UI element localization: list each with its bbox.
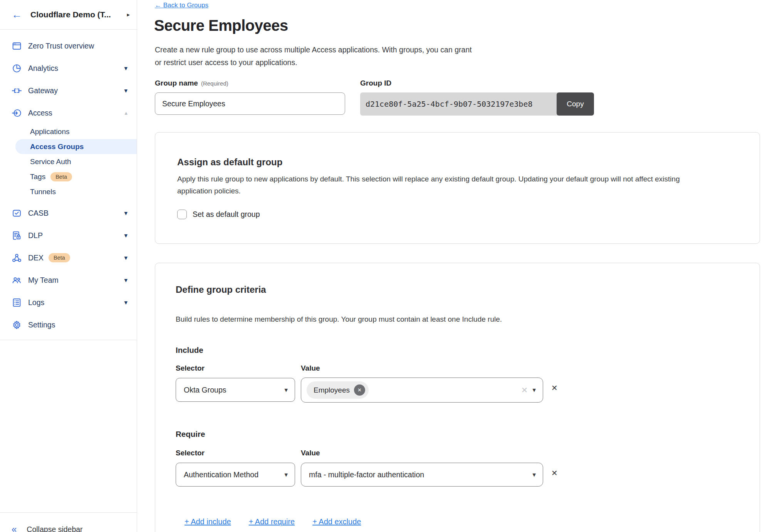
chevron-up-icon: ▴ — [124, 109, 127, 116]
page-title: Secure Employees — [154, 17, 288, 34]
sidebar-item-gateway[interactable]: Gateway ▾ — [0, 79, 137, 102]
sidebar-item-tags[interactable]: Tags Beta — [0, 169, 137, 184]
collapse-sidebar-icon: « — [12, 524, 17, 532]
sidebar-item-logs[interactable]: Logs ▾ — [0, 291, 137, 314]
collapse-sidebar-button[interactable]: « Collapse sidebar — [0, 512, 137, 532]
sidebar-item-service-auth[interactable]: Service Auth — [0, 154, 137, 169]
value-chip-label: Employees — [314, 386, 350, 394]
criteria-card-description: Build rules to determine membership of t… — [176, 313, 746, 325]
add-require-link[interactable]: + Add require — [249, 517, 295, 526]
require-value-label: Value — [301, 449, 320, 457]
copy-button[interactable]: Copy — [557, 92, 594, 116]
chevron-down-icon: ▾ — [124, 87, 127, 95]
sidebar-item-settings[interactable]: Settings — [0, 314, 137, 336]
chevron-down-icon: ▾ — [532, 471, 536, 479]
criteria-card-title: Define group criteria — [176, 284, 266, 295]
sidebar-item-label: Gateway — [28, 86, 124, 95]
group-id-value: d21ce80f-5a25-4bcf-9b07-5032197e3be8 — [360, 92, 558, 116]
chevron-down-icon: ▾ — [124, 64, 127, 72]
group-name-label: Group name(Required) — [155, 79, 228, 87]
window-icon — [12, 41, 22, 51]
include-selector-label: Selector — [176, 364, 205, 373]
sidebar-item-label: CASB — [28, 209, 124, 218]
remove-include-rule-icon[interactable]: ✕ — [551, 383, 558, 393]
group-name-input[interactable] — [155, 92, 345, 115]
sidebar-nav: Zero Trust overview Analytics ▾ Gateway … — [0, 30, 137, 340]
required-hint: (Required) — [201, 80, 228, 87]
account-name[interactable]: Cloudflare Demo (T... — [30, 10, 127, 19]
criteria-card: Define group criteria Build rules to det… — [155, 263, 760, 532]
sidebar-item-label: DEX — [28, 253, 44, 262]
sidebar-item-label: Logs — [28, 298, 124, 307]
document-lock-icon — [12, 230, 22, 241]
group-name-label-text: Group name — [155, 79, 198, 87]
sidebar: ← Cloudflare Demo (T... ▸ Zero Trust ove… — [0, 0, 137, 532]
sidebar-item-analytics[interactable]: Analytics ▾ — [0, 57, 137, 79]
group-id-label: Group ID — [360, 79, 391, 87]
team-icon — [12, 275, 22, 285]
sidebar-item-access[interactable]: Access ▴ — [0, 102, 137, 124]
sidebar-item-label: Applications — [30, 128, 137, 136]
sidebar-header: ← Cloudflare Demo (T... ▸ — [0, 0, 137, 30]
network-icon — [12, 253, 22, 263]
include-heading: Include — [176, 346, 203, 355]
chevron-down-icon: ▾ — [284, 471, 288, 479]
back-to-groups-link[interactable]: ← Back to Groups — [155, 2, 208, 9]
zero-trust-dashboard: ← Cloudflare Demo (T... ▸ Zero Trust ove… — [0, 0, 770, 532]
sidebar-divider — [0, 340, 137, 340]
require-value-dropdown[interactable]: mfa - multiple-factor authentication ▾ — [301, 463, 543, 487]
remove-require-rule-icon[interactable]: ✕ — [551, 468, 558, 478]
page-description-line: or restrict user access to your applicat… — [155, 56, 472, 69]
set-default-checkbox[interactable] — [177, 210, 187, 219]
sidebar-item-casb[interactable]: CASB ▾ — [0, 202, 137, 224]
sidebar-item-dlp[interactable]: DLP ▾ — [0, 224, 137, 247]
page-description-line: Create a new rule group to use across mu… — [155, 44, 472, 56]
set-default-checkbox-label: Set as default group — [193, 210, 260, 219]
sidebar-item-applications[interactable]: Applications — [0, 124, 137, 139]
chevron-down-icon: ▾ — [124, 254, 127, 262]
chevron-down-icon: ▾ — [532, 386, 536, 394]
sidebar-item-label: Zero Trust overview — [28, 42, 127, 50]
back-arrow-icon: ← — [155, 2, 161, 9]
chip-remove-icon[interactable]: ✕ — [354, 384, 365, 396]
collapse-sidebar-label: Collapse sidebar — [27, 525, 82, 532]
sidebar-item-dex[interactable]: DEX Beta ▾ — [0, 247, 137, 269]
add-exclude-link[interactable]: + Add exclude — [312, 517, 361, 526]
account-expand-caret-icon[interactable]: ▸ — [127, 11, 130, 18]
include-value-label: Value — [301, 364, 320, 373]
casb-icon — [12, 208, 22, 218]
sidebar-item-label: Access Groups — [30, 143, 137, 151]
include-value-multiselect[interactable]: Employees ✕ ✕ ▾ — [301, 378, 543, 403]
rule-actions: + Add include + Add require + Add exclud… — [185, 517, 361, 526]
sidebar-item-zero-trust-overview[interactable]: Zero Trust overview — [0, 35, 137, 57]
back-arrow-icon[interactable]: ← — [12, 10, 22, 20]
sidebar-item-tunnels[interactable]: Tunnels — [0, 184, 137, 199]
default-group-description-line: Apply this rule group to new application… — [177, 173, 747, 185]
chevron-down-icon: ▾ — [124, 232, 127, 240]
gear-icon — [12, 320, 22, 330]
gateway-icon — [12, 86, 22, 96]
default-group-card-description: Apply this rule group to new application… — [177, 173, 747, 197]
sidebar-item-label: Tags — [30, 173, 45, 181]
sidebar-item-label: DLP — [28, 231, 124, 240]
default-group-card-title: Assign as default group — [177, 157, 282, 168]
beta-badge: Beta — [50, 172, 72, 181]
require-selector-dropdown[interactable]: Authentication Method ▾ — [176, 463, 295, 487]
sidebar-item-label: Analytics — [28, 64, 124, 73]
add-include-link[interactable]: + Add include — [185, 517, 231, 526]
default-group-description-line: application policies. — [177, 185, 747, 197]
require-selector-value: Authentication Method — [184, 470, 280, 479]
include-selector-value: Okta Groups — [184, 386, 280, 394]
sidebar-item-label: Service Auth — [30, 158, 137, 166]
sidebar-item-access-groups[interactable]: Access Groups — [15, 139, 137, 154]
back-link-label: Back to Groups — [163, 2, 208, 9]
sidebar-item-label: Settings — [28, 321, 127, 329]
set-default-group-row[interactable]: Set as default group — [177, 210, 260, 219]
clear-values-icon[interactable]: ✕ — [521, 386, 528, 395]
sidebar-item-my-team[interactable]: My Team ▾ — [0, 269, 137, 291]
sidebar-item-label: Tunnels — [30, 188, 137, 196]
beta-badge: Beta — [49, 253, 70, 262]
chevron-down-icon: ▾ — [124, 276, 127, 284]
include-selector-dropdown[interactable]: Okta Groups ▾ — [176, 378, 295, 402]
chevron-down-icon: ▾ — [124, 299, 127, 307]
